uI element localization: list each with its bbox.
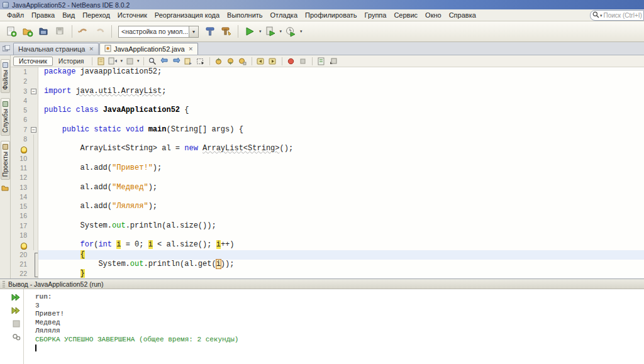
fold-margin[interactable] xyxy=(30,96,38,106)
build-project-button[interactable] xyxy=(203,24,218,39)
fold-margin[interactable] xyxy=(30,250,38,260)
fold-margin[interactable] xyxy=(30,106,38,115)
code-line[interactable]: ArrayList<String> al = new ArrayList<Str… xyxy=(11,144,644,153)
menu-debug[interactable]: Отладка xyxy=(267,10,301,20)
code-line[interactable]: 6 xyxy=(11,115,644,124)
window-dock-icon[interactable] xyxy=(1,44,11,53)
menu-edit[interactable]: Правка xyxy=(28,10,58,20)
line-number[interactable]: 5 xyxy=(11,106,30,115)
line-number[interactable]: 11 xyxy=(11,163,30,173)
code-line[interactable]: 15 al.add("Ляляля"); xyxy=(11,202,644,211)
code-text-area[interactable]: ArrayList<String> al = new ArrayList<Str… xyxy=(38,144,644,153)
shift-right-icon[interactable] xyxy=(268,57,278,66)
last-edit-position-icon[interactable] xyxy=(96,57,106,66)
line-number[interactable]: 3 xyxy=(11,87,30,96)
fold-margin[interactable] xyxy=(30,183,38,192)
menu-view[interactable]: Вид xyxy=(58,10,79,20)
fold-margin[interactable] xyxy=(30,192,38,202)
menu-source[interactable]: Источник xyxy=(114,10,151,20)
code-text-area[interactable]: import java.util.ArrayList; xyxy=(38,87,644,96)
fold-margin[interactable]: − xyxy=(30,87,38,96)
profile-dropdown-icon[interactable]: ▾ xyxy=(300,29,303,34)
close-tab-icon[interactable]: ✕ xyxy=(189,46,194,52)
hint-bulb-icon[interactable] xyxy=(21,243,27,250)
menu-refactor[interactable]: Реорганизация кода xyxy=(151,10,223,20)
line-number[interactable]: 21 xyxy=(11,260,30,269)
menu-file[interactable]: Файл xyxy=(3,10,28,20)
code-text-area[interactable]: al.add("Ляляля"); xyxy=(38,202,644,211)
line-number[interactable]: 4 xyxy=(11,96,30,106)
title-bar[interactable]: JavaApplication52 - NetBeans IDE 8.0.2 xyxy=(0,0,644,9)
code-line[interactable]: 11 al.add("Привет!"); xyxy=(11,163,644,173)
fold-margin[interactable] xyxy=(30,135,38,144)
comment-icon[interactable] xyxy=(316,57,326,66)
code-text-area[interactable] xyxy=(38,96,644,106)
line-number[interactable]: 10 xyxy=(11,154,30,163)
sidebar-tab-files[interactable]: Файлы xyxy=(1,59,10,93)
code-line[interactable]: 12 xyxy=(11,173,644,182)
line-number[interactable]: 18 xyxy=(11,231,30,240)
previous-occurrence-icon[interactable] xyxy=(160,57,170,66)
code-text-area[interactable] xyxy=(38,211,644,221)
fold-margin[interactable] xyxy=(30,211,38,221)
run-configuration-select[interactable]: <настройка по умол... ▼ xyxy=(118,26,199,38)
code-line[interactable]: for(int i = 0; i < al.size(); i++) xyxy=(11,240,644,250)
uncomment-icon[interactable] xyxy=(328,57,338,66)
combo-dropdown-icon[interactable]: ▼ xyxy=(189,26,198,37)
code-line[interactable]: 4 xyxy=(11,96,644,106)
menu-run[interactable]: Выполнить xyxy=(223,10,266,20)
menu-team[interactable]: Группа xyxy=(361,10,391,20)
run-dropdown-icon[interactable]: ▾ xyxy=(259,29,262,34)
quick-search-input[interactable]: ▾ Поиск (Ctrl+I) xyxy=(590,10,644,21)
next-occurrence-icon[interactable] xyxy=(172,57,182,66)
output-header[interactable]: Вывод - JavaApplication52 (run) xyxy=(0,279,644,289)
menu-tools[interactable]: Сервис xyxy=(390,10,421,20)
tab-javaapplication52[interactable]: JavaApplication52.java ✕ xyxy=(99,43,198,55)
ant-settings-icon[interactable] xyxy=(11,332,21,341)
code-text-area[interactable] xyxy=(38,173,644,182)
sidebar-tab-services[interactable]: Службы xyxy=(1,98,10,136)
code-text-area[interactable]: al.add("Привет!"); xyxy=(38,163,644,173)
line-number[interactable]: 7 xyxy=(11,125,30,135)
code-line[interactable]: 16 xyxy=(11,211,644,221)
fold-margin[interactable]: − xyxy=(30,125,38,135)
code-text-area[interactable]: { xyxy=(38,250,644,260)
code-text-area[interactable]: for(int i = 0; i < al.size(); i++) xyxy=(38,240,644,250)
code-line[interactable]: 17 System.out.println(al.size()); xyxy=(11,221,644,231)
rectangular-selection-icon[interactable] xyxy=(196,57,206,66)
code-line[interactable]: 1package javaapplication52; xyxy=(11,67,644,77)
code-text-area[interactable] xyxy=(38,154,644,163)
code-line[interactable]: 13 al.add("Медвед"); xyxy=(11,183,644,192)
previous-bookmark-icon[interactable] xyxy=(214,57,224,66)
line-number[interactable] xyxy=(11,144,30,153)
line-number[interactable]: 2 xyxy=(11,77,30,86)
stop-button[interactable] xyxy=(11,319,21,328)
code-editor[interactable]: 1package javaapplication52;23−import jav… xyxy=(11,67,644,279)
start-macro-recording-icon[interactable] xyxy=(286,57,296,66)
clean-and-build-button[interactable] xyxy=(219,24,234,39)
line-number[interactable]: 6 xyxy=(11,115,30,124)
find-selection-icon[interactable] xyxy=(148,57,158,66)
code-line[interactable]: 8 xyxy=(11,135,644,144)
fold-collapse-icon[interactable]: − xyxy=(31,89,36,94)
code-line[interactable]: 2 xyxy=(11,77,644,86)
tab-start-page[interactable]: Начальная страница ✕ xyxy=(13,43,99,55)
hint-bulb-icon[interactable] xyxy=(21,146,27,153)
fold-margin[interactable] xyxy=(30,260,38,269)
code-line[interactable]: 5public class JavaApplication52 { xyxy=(11,106,644,115)
code-line[interactable]: 14 xyxy=(11,192,644,202)
new-project-button[interactable] xyxy=(20,24,35,39)
fold-margin[interactable] xyxy=(30,67,38,77)
new-file-button[interactable] xyxy=(4,24,19,39)
code-text-area[interactable]: al.add("Медвед"); xyxy=(38,183,644,192)
line-number[interactable]: 20 xyxy=(11,250,30,260)
search-scope-dropdown-icon[interactable]: ▾ xyxy=(600,13,602,18)
menu-help[interactable]: Справка xyxy=(445,10,480,20)
code-text-area[interactable] xyxy=(38,135,644,144)
next-bookmark-icon[interactable] xyxy=(226,57,236,66)
fold-margin[interactable] xyxy=(30,77,38,86)
line-number[interactable]: 14 xyxy=(11,192,30,202)
line-number[interactable] xyxy=(11,240,30,250)
fold-margin[interactable] xyxy=(30,202,38,211)
code-text-area[interactable]: package javaapplication52; xyxy=(38,67,644,77)
